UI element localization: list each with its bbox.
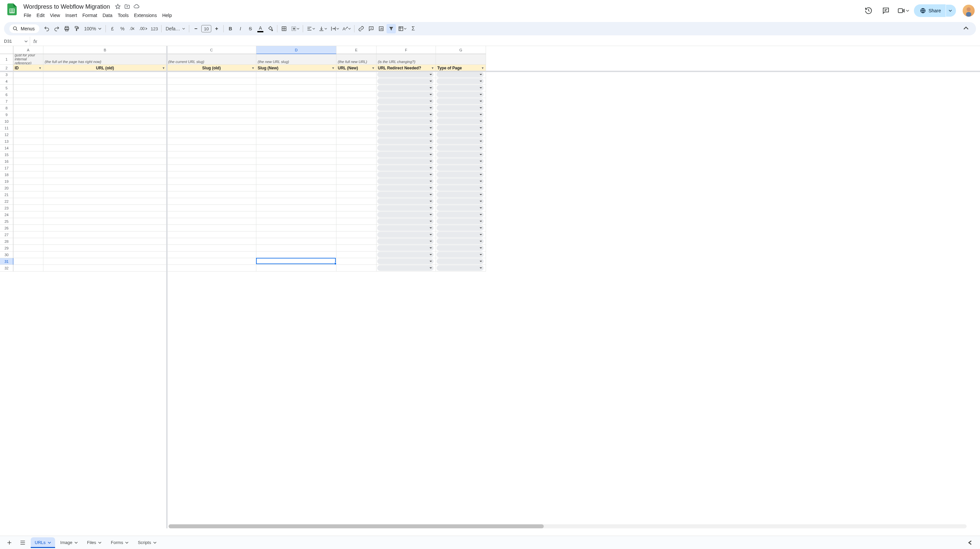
cell[interactable]: (the full new URL): [336, 54, 377, 65]
cell[interactable]: [336, 91, 377, 98]
cell[interactable]: [436, 185, 486, 192]
row-header[interactable]: 2: [0, 65, 13, 71]
cell[interactable]: [377, 258, 436, 265]
cell[interactable]: [336, 238, 377, 245]
cell[interactable]: [13, 151, 43, 158]
cell[interactable]: [336, 258, 377, 265]
cell[interactable]: [43, 211, 167, 218]
cell[interactable]: [377, 85, 436, 91]
cell[interactable]: Type of Page: [436, 65, 486, 71]
functions-button[interactable]: Σ: [409, 24, 418, 33]
cell[interactable]: [256, 238, 336, 245]
dropdown-chip[interactable]: [437, 205, 484, 211]
cell[interactable]: [436, 132, 486, 138]
cell[interactable]: [256, 145, 336, 151]
merge-button[interactable]: [290, 24, 301, 33]
dropdown-chip[interactable]: [377, 245, 434, 251]
cell[interactable]: [43, 232, 167, 238]
dropdown-chip[interactable]: [377, 138, 434, 144]
cell[interactable]: [13, 251, 43, 258]
cell[interactable]: [13, 218, 43, 225]
cell[interactable]: [256, 251, 336, 258]
cell[interactable]: [43, 138, 167, 145]
cell[interactable]: [43, 105, 167, 111]
row-header[interactable]: 25: [0, 218, 13, 225]
cell[interactable]: [256, 151, 336, 158]
cell[interactable]: [13, 71, 43, 78]
cell[interactable]: [167, 165, 256, 171]
cell[interactable]: [43, 132, 167, 138]
dropdown-chip[interactable]: [377, 192, 434, 197]
meet-button[interactable]: [897, 4, 910, 17]
cell[interactable]: [256, 218, 336, 225]
link-button[interactable]: [356, 24, 366, 33]
row-header[interactable]: 19: [0, 178, 13, 185]
cell[interactable]: [377, 198, 436, 205]
cell[interactable]: (the current URL slug): [167, 54, 256, 65]
cell[interactable]: [167, 158, 256, 165]
bold-button[interactable]: B: [226, 24, 235, 33]
cell[interactable]: [336, 118, 377, 125]
cell[interactable]: [167, 232, 256, 238]
dropdown-chip[interactable]: [437, 225, 484, 231]
cell[interactable]: [256, 185, 336, 192]
cell[interactable]: ID: [13, 65, 43, 71]
row-header[interactable]: 4: [0, 78, 13, 85]
cell[interactable]: [167, 225, 256, 232]
cell[interactable]: [167, 251, 256, 258]
cell[interactable]: [43, 238, 167, 245]
cell[interactable]: [167, 211, 256, 218]
cell[interactable]: [13, 258, 43, 265]
dropdown-chip[interactable]: [437, 238, 484, 244]
cell[interactable]: [43, 165, 167, 171]
cell[interactable]: [13, 78, 43, 85]
valign-button[interactable]: [317, 24, 328, 33]
cell[interactable]: [167, 151, 256, 158]
undo-button[interactable]: [42, 24, 51, 33]
cell[interactable]: [167, 238, 256, 245]
cell[interactable]: [43, 192, 167, 198]
dropdown-chip[interactable]: [437, 192, 484, 197]
document-title[interactable]: Wordpress to Webflow Migration: [21, 3, 112, 11]
row-headers[interactable]: 1234567891011121314151617181920212223242…: [0, 54, 13, 271]
cell[interactable]: [436, 178, 486, 185]
cell[interactable]: [43, 198, 167, 205]
cell[interactable]: [256, 265, 336, 271]
dropdown-chip[interactable]: [377, 198, 434, 204]
cell[interactable]: [13, 111, 43, 118]
dropdown-chip[interactable]: [437, 159, 484, 164]
dropdown-chip[interactable]: [377, 238, 434, 244]
cell[interactable]: (the new URL slug): [256, 54, 336, 65]
cell[interactable]: [336, 138, 377, 145]
cell[interactable]: [256, 111, 336, 118]
row-header[interactable]: 3: [0, 71, 13, 78]
cell[interactable]: [436, 238, 486, 245]
cell[interactable]: [13, 98, 43, 105]
cell[interactable]: [377, 185, 436, 192]
row-header[interactable]: 16: [0, 158, 13, 165]
cell[interactable]: [256, 258, 336, 265]
cell[interactable]: [167, 185, 256, 192]
cell[interactable]: [256, 78, 336, 85]
decrease-font-button[interactable]: [191, 24, 200, 33]
cell[interactable]: [436, 158, 486, 165]
dropdown-chip[interactable]: [377, 212, 434, 217]
cell[interactable]: [13, 91, 43, 98]
dropdown-chip[interactable]: [377, 152, 434, 157]
dropdown-chip[interactable]: [377, 178, 434, 184]
cell[interactable]: [43, 78, 167, 85]
row-header[interactable]: 26: [0, 225, 13, 232]
cell[interactable]: [256, 105, 336, 111]
cell[interactable]: [336, 105, 377, 111]
horizontal-scrollbar[interactable]: [169, 524, 967, 528]
cell[interactable]: [436, 211, 486, 218]
percent-button[interactable]: %: [118, 24, 127, 33]
dropdown-chip[interactable]: [377, 259, 434, 264]
cell[interactable]: [436, 54, 486, 65]
zoom-select[interactable]: 100%: [82, 26, 103, 31]
row-header[interactable]: 8: [0, 105, 13, 111]
borders-button[interactable]: [279, 24, 289, 33]
cell[interactable]: [436, 118, 486, 125]
dropdown-chip[interactable]: [377, 219, 434, 224]
dropdown-chip[interactable]: [437, 112, 484, 117]
